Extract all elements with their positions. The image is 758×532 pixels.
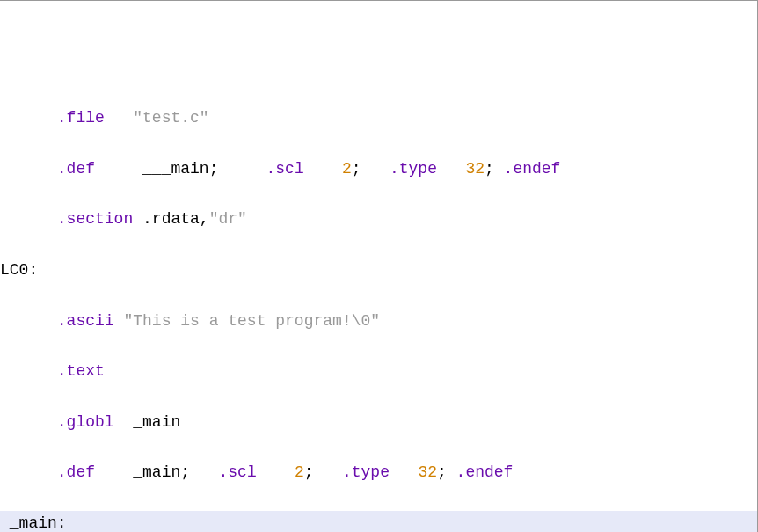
directive: .def	[57, 160, 95, 178]
code-line: .globl _main	[0, 410, 757, 435]
identifier: ___main	[142, 160, 209, 178]
label: LC0:	[0, 261, 38, 279]
code-line-highlighted: _main:	[0, 511, 757, 532]
string-literal: "This is a test program!\0"	[123, 312, 380, 330]
code-line: .ascii "This is a test program!\0"	[0, 309, 757, 334]
directive: .text	[57, 362, 105, 380]
directive: .type	[390, 160, 437, 178]
directive: .scl	[218, 463, 256, 481]
directive: .endef	[456, 463, 514, 481]
code-line: .def ___main; .scl 2; .type 32; .endef	[0, 157, 757, 182]
directive: .def	[57, 463, 95, 481]
label: _main:	[0, 514, 67, 532]
directive: .globl	[57, 413, 114, 431]
number: 2	[342, 160, 352, 178]
number: 32	[465, 160, 485, 178]
identifier: _main	[133, 413, 180, 431]
directive: .endef	[504, 160, 561, 178]
identifier: .rdata	[142, 210, 200, 228]
string-literal: "dr"	[209, 210, 247, 228]
number: 2	[295, 463, 304, 481]
identifier: _main	[133, 463, 180, 481]
code-line: .section .rdata,"dr"	[0, 207, 757, 232]
string-literal: "test.c"	[133, 109, 208, 127]
code-line: LC0:	[0, 258, 757, 283]
code-line: .text	[0, 359, 757, 384]
number: 32	[418, 463, 437, 481]
directive: .scl	[266, 160, 304, 178]
directive: .type	[342, 463, 390, 481]
code-line: .def _main; .scl 2; .type 32; .endef	[0, 460, 757, 485]
code-line: .file "test.c"	[0, 106, 757, 131]
directive: .section	[57, 210, 133, 228]
directive: .file	[57, 109, 105, 127]
directive: .ascii	[57, 312, 114, 330]
